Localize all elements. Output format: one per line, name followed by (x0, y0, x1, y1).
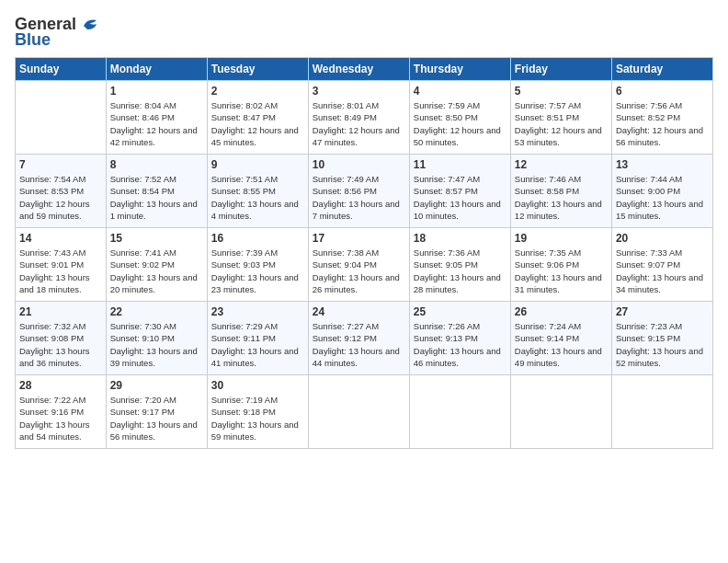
calendar-cell: 11Sunrise: 7:47 AMSunset: 8:57 PMDayligh… (409, 155, 510, 228)
weekday-header-tuesday: Tuesday (207, 58, 308, 81)
calendar-cell: 23Sunrise: 7:29 AMSunset: 9:11 PMDayligh… (207, 302, 308, 375)
calendar-week-row: 7Sunrise: 7:54 AMSunset: 8:53 PMDaylight… (16, 155, 713, 228)
day-info: Sunrise: 7:54 AMSunset: 8:53 PMDaylight:… (19, 173, 102, 222)
day-number: 2 (211, 85, 304, 98)
calendar-cell: 8Sunrise: 7:52 AMSunset: 8:54 PMDaylight… (106, 155, 207, 228)
calendar-week-row: 28Sunrise: 7:22 AMSunset: 9:16 PMDayligh… (16, 375, 713, 449)
day-info: Sunrise: 7:30 AMSunset: 9:10 PMDaylight:… (110, 320, 203, 369)
day-info: Sunrise: 7:47 AMSunset: 8:57 PMDaylight:… (414, 173, 506, 222)
calendar-cell (510, 375, 611, 449)
day-info: Sunrise: 7:51 AMSunset: 8:55 PMDaylight:… (211, 173, 304, 222)
calendar-cell: 30Sunrise: 7:19 AMSunset: 9:18 PMDayligh… (207, 375, 308, 449)
calendar-cell: 14Sunrise: 7:43 AMSunset: 9:01 PMDayligh… (16, 228, 107, 302)
calendar-week-row: 1Sunrise: 8:04 AMSunset: 8:46 PMDaylight… (16, 81, 713, 155)
day-info: Sunrise: 7:22 AMSunset: 9:16 PMDaylight:… (19, 394, 102, 442)
day-info: Sunrise: 7:24 AMSunset: 9:14 PMDaylight:… (515, 320, 608, 369)
day-info: Sunrise: 7:57 AMSunset: 8:51 PMDaylight:… (515, 99, 608, 148)
calendar-cell: 27Sunrise: 7:23 AMSunset: 9:15 PMDayligh… (611, 302, 712, 375)
calendar-cell: 24Sunrise: 7:27 AMSunset: 9:12 PMDayligh… (308, 302, 409, 375)
logo-blue-text: Blue (15, 30, 51, 50)
day-number: 17 (313, 232, 405, 245)
day-number: 6 (616, 85, 709, 98)
day-info: Sunrise: 7:39 AMSunset: 9:03 PMDaylight:… (211, 247, 304, 295)
day-number: 24 (313, 305, 405, 318)
day-info: Sunrise: 7:20 AMSunset: 9:17 PMDaylight:… (110, 394, 203, 442)
calendar-cell: 25Sunrise: 7:26 AMSunset: 9:13 PMDayligh… (409, 302, 510, 375)
day-info: Sunrise: 7:36 AMSunset: 9:05 PMDaylight:… (414, 247, 506, 295)
calendar-cell (16, 81, 107, 155)
calendar-cell: 26Sunrise: 7:24 AMSunset: 9:14 PMDayligh… (510, 302, 611, 375)
day-number: 5 (515, 85, 608, 98)
day-number: 12 (515, 158, 608, 171)
weekday-header-row: SundayMondayTuesdayWednesdayThursdayFrid… (16, 58, 713, 81)
day-number: 10 (313, 158, 405, 171)
day-number: 3 (313, 85, 405, 98)
day-number: 22 (110, 305, 203, 318)
calendar-cell: 3Sunrise: 8:01 AMSunset: 8:49 PMDaylight… (308, 81, 409, 155)
day-number: 4 (414, 85, 506, 98)
calendar-cell: 7Sunrise: 7:54 AMSunset: 8:53 PMDaylight… (16, 155, 107, 228)
day-number: 1 (110, 85, 203, 98)
day-number: 21 (19, 305, 102, 318)
calendar-cell: 5Sunrise: 7:57 AMSunset: 8:51 PMDaylight… (510, 81, 611, 155)
day-info: Sunrise: 8:02 AMSunset: 8:47 PMDaylight:… (211, 99, 304, 148)
calendar-cell: 15Sunrise: 7:41 AMSunset: 9:02 PMDayligh… (106, 228, 207, 302)
weekday-header-thursday: Thursday (409, 58, 510, 81)
calendar-cell (409, 375, 510, 449)
day-info: Sunrise: 7:44 AMSunset: 9:00 PMDaylight:… (616, 173, 709, 222)
day-info: Sunrise: 7:33 AMSunset: 9:07 PMDaylight:… (616, 247, 709, 295)
day-info: Sunrise: 7:46 AMSunset: 8:58 PMDaylight:… (515, 173, 608, 222)
calendar-cell: 16Sunrise: 7:39 AMSunset: 9:03 PMDayligh… (207, 228, 308, 302)
day-number: 7 (19, 158, 102, 171)
calendar-cell (611, 375, 712, 449)
calendar-cell: 1Sunrise: 8:04 AMSunset: 8:46 PMDaylight… (106, 81, 207, 155)
day-number: 26 (515, 305, 608, 318)
calendar-cell: 22Sunrise: 7:30 AMSunset: 9:10 PMDayligh… (106, 302, 207, 375)
calendar-cell: 10Sunrise: 7:49 AMSunset: 8:56 PMDayligh… (308, 155, 409, 228)
calendar-week-row: 21Sunrise: 7:32 AMSunset: 9:08 PMDayligh… (16, 302, 713, 375)
weekday-header-saturday: Saturday (611, 58, 712, 81)
day-number: 30 (211, 379, 304, 392)
day-info: Sunrise: 7:29 AMSunset: 9:11 PMDaylight:… (211, 320, 304, 369)
calendar-cell: 28Sunrise: 7:22 AMSunset: 9:16 PMDayligh… (16, 375, 107, 449)
day-info: Sunrise: 7:52 AMSunset: 8:54 PMDaylight:… (110, 173, 203, 222)
weekday-header-monday: Monday (106, 58, 207, 81)
day-info: Sunrise: 7:35 AMSunset: 9:06 PMDaylight:… (515, 247, 608, 295)
calendar-cell: 2Sunrise: 8:02 AMSunset: 8:47 PMDaylight… (207, 81, 308, 155)
day-info: Sunrise: 7:27 AMSunset: 9:12 PMDaylight:… (313, 320, 405, 369)
day-number: 9 (211, 158, 304, 171)
day-number: 14 (19, 232, 102, 245)
day-info: Sunrise: 7:49 AMSunset: 8:56 PMDaylight:… (313, 173, 405, 222)
day-number: 29 (110, 379, 203, 392)
day-info: Sunrise: 7:19 AMSunset: 9:18 PMDaylight:… (211, 394, 304, 442)
calendar-table: SundayMondayTuesdayWednesdayThursdayFrid… (15, 57, 713, 449)
day-info: Sunrise: 7:56 AMSunset: 8:52 PMDaylight:… (616, 99, 709, 148)
weekday-header-wednesday: Wednesday (308, 58, 409, 81)
calendar-cell: 4Sunrise: 7:59 AMSunset: 8:50 PMDaylight… (409, 81, 510, 155)
calendar-cell: 18Sunrise: 7:36 AMSunset: 9:05 PMDayligh… (409, 228, 510, 302)
day-number: 11 (414, 158, 506, 171)
day-number: 28 (19, 379, 102, 392)
calendar-cell: 9Sunrise: 7:51 AMSunset: 8:55 PMDaylight… (207, 155, 308, 228)
day-number: 16 (211, 232, 304, 245)
calendar-week-row: 14Sunrise: 7:43 AMSunset: 9:01 PMDayligh… (16, 228, 713, 302)
weekday-header-friday: Friday (510, 58, 611, 81)
day-number: 20 (616, 232, 709, 245)
calendar-cell: 12Sunrise: 7:46 AMSunset: 8:58 PMDayligh… (510, 155, 611, 228)
day-info: Sunrise: 7:59 AMSunset: 8:50 PMDaylight:… (414, 99, 506, 148)
day-number: 19 (515, 232, 608, 245)
day-info: Sunrise: 7:41 AMSunset: 9:02 PMDaylight:… (110, 247, 203, 295)
calendar-cell: 20Sunrise: 7:33 AMSunset: 9:07 PMDayligh… (611, 228, 712, 302)
day-number: 15 (110, 232, 203, 245)
day-info: Sunrise: 7:43 AMSunset: 9:01 PMDaylight:… (19, 247, 102, 295)
day-number: 13 (616, 158, 709, 171)
day-number: 23 (211, 305, 304, 318)
calendar-cell: 19Sunrise: 7:35 AMSunset: 9:06 PMDayligh… (510, 228, 611, 302)
day-number: 8 (110, 158, 203, 171)
calendar-cell: 21Sunrise: 7:32 AMSunset: 9:08 PMDayligh… (16, 302, 107, 375)
day-info: Sunrise: 7:26 AMSunset: 9:13 PMDaylight:… (414, 320, 506, 369)
calendar-cell: 17Sunrise: 7:38 AMSunset: 9:04 PMDayligh… (308, 228, 409, 302)
logo-bird-icon (80, 17, 100, 33)
day-number: 27 (616, 305, 709, 318)
calendar-cell: 6Sunrise: 7:56 AMSunset: 8:52 PMDaylight… (611, 81, 712, 155)
